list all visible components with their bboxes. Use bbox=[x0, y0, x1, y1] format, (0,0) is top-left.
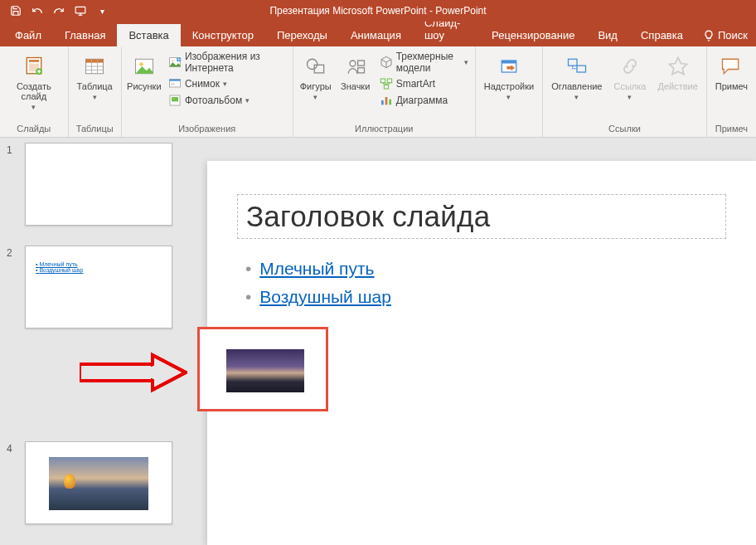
ribbon-group-links: Оглавление ▾ Ссылка ▾ Действие Ссылки bbox=[543, 46, 707, 137]
thumb-3-image bbox=[226, 349, 304, 392]
addins-icon bbox=[496, 53, 522, 80]
svg-point-12 bbox=[139, 62, 143, 66]
undo-button[interactable] bbox=[28, 2, 46, 20]
slide-thumbnail-2[interactable]: • Млечный путь • Воздушный шар bbox=[25, 246, 172, 328]
svg-rect-39 bbox=[82, 367, 153, 378]
table-button[interactable]: Таблица ▾ bbox=[74, 50, 116, 105]
ribbon: Создать слайд ▾ Слайды Таблица ▾ Таблицы bbox=[0, 46, 756, 138]
svg-point-14 bbox=[172, 60, 173, 61]
comment-label: Примеч bbox=[715, 81, 748, 91]
svg-rect-2 bbox=[29, 60, 39, 62]
svg-rect-26 bbox=[357, 68, 364, 73]
chart-label: Диаграмма bbox=[396, 95, 448, 106]
comment-button[interactable]: Примеч bbox=[712, 50, 751, 95]
ribbon-group-addins: Надстройки ▾ bbox=[476, 46, 543, 137]
ribbon-group-illustrations: Фигуры ▾ Значки Трехмерные модели ▾ Smar… bbox=[293, 46, 476, 137]
ribbon-group-images: Рисунки Изображения из Интернета Снимок … bbox=[122, 46, 293, 137]
chevron-down-icon: ▾ bbox=[464, 58, 468, 66]
svg-rect-28 bbox=[387, 79, 391, 83]
tab-design[interactable]: Конструктор bbox=[181, 24, 265, 46]
qat-customize-button[interactable]: ▾ bbox=[93, 2, 111, 20]
ribbon-group-tables: Таблица ▾ Таблицы bbox=[69, 46, 122, 137]
3d-models-label: Трехмерные модели bbox=[396, 51, 461, 74]
svg-rect-35 bbox=[568, 59, 577, 66]
new-slide-button[interactable]: Создать слайд ▾ bbox=[5, 50, 63, 114]
shapes-icon bbox=[303, 53, 329, 80]
search-button[interactable]: Поиск bbox=[695, 24, 756, 46]
picture-icon bbox=[131, 53, 158, 80]
svg-point-21 bbox=[173, 98, 175, 100]
slide-thumbnail-1[interactable] bbox=[25, 143, 172, 226]
group-label-addins bbox=[507, 122, 510, 135]
svg-rect-36 bbox=[577, 66, 586, 72]
link-button: Ссылка ▾ bbox=[610, 50, 649, 105]
ribbon-group-slides: Создать слайд ▾ Слайды bbox=[0, 46, 69, 137]
slide-body[interactable]: Млечный путь Воздушный шар bbox=[237, 259, 726, 307]
addins-button[interactable]: Надстройки ▾ bbox=[481, 50, 537, 105]
start-slideshow-button[interactable] bbox=[71, 2, 90, 20]
icons-button[interactable]: Значки bbox=[338, 50, 373, 95]
link-icon bbox=[617, 53, 643, 80]
tab-home[interactable]: Главная bbox=[53, 24, 117, 46]
hyperlink-2[interactable]: Воздушный шар bbox=[259, 287, 391, 306]
comment-icon bbox=[718, 53, 744, 80]
ribbon-group-comments: Примеч Примеч bbox=[707, 46, 756, 137]
new-slide-label: Создать слайд bbox=[8, 81, 60, 101]
chart-button[interactable]: Диаграмма bbox=[378, 93, 470, 108]
icons-label: Значки bbox=[341, 81, 370, 91]
svg-rect-0 bbox=[75, 7, 85, 13]
smartart-button[interactable]: SmartArt bbox=[378, 76, 470, 91]
svg-rect-20 bbox=[172, 97, 178, 101]
online-pictures-icon bbox=[168, 56, 182, 69]
tab-review[interactable]: Рецензирование bbox=[480, 24, 586, 46]
thumbnail-row-1: 1 bbox=[7, 143, 186, 226]
group-label-illustrations: Иллюстрации bbox=[355, 122, 413, 135]
tab-file[interactable]: Файл bbox=[3, 24, 53, 46]
chevron-down-icon: ▾ bbox=[223, 80, 227, 88]
hyperlink-1[interactable]: Млечный путь bbox=[259, 259, 374, 278]
search-label: Поиск bbox=[718, 29, 748, 41]
group-label-links: Ссылки bbox=[608, 122, 641, 135]
pictures-button[interactable]: Рисунки bbox=[127, 50, 162, 95]
thumbnail-row-4: 4 bbox=[7, 441, 186, 524]
slide-title-placeholder[interactable]: Заголовок слайда bbox=[237, 194, 726, 239]
thumb-number: 1 bbox=[7, 143, 18, 156]
svg-rect-29 bbox=[384, 85, 388, 89]
tab-transitions[interactable]: Переходы bbox=[265, 24, 339, 46]
group-label-slides: Слайды bbox=[17, 122, 51, 135]
thumbnail-row-2: 2 • Млечный путь • Воздушный шар bbox=[7, 246, 186, 328]
work-area: 1 2 • Млечный путь • Воздушный шар 4 Заг… bbox=[0, 138, 756, 545]
tab-help[interactable]: Справка bbox=[629, 24, 695, 46]
chevron-down-icon: ▾ bbox=[574, 93, 579, 101]
3d-models-button[interactable]: Трехмерные модели ▾ bbox=[378, 50, 470, 75]
chevron-down-icon: ▾ bbox=[313, 93, 317, 101]
zoom-button[interactable]: Оглавление ▾ bbox=[548, 50, 605, 105]
screenshot-icon bbox=[168, 77, 182, 90]
screenshot-label: Снимок bbox=[185, 78, 220, 90]
online-pictures-button[interactable]: Изображения из Интернета bbox=[167, 50, 288, 75]
chevron-down-icon: ▾ bbox=[628, 93, 632, 101]
new-slide-icon bbox=[21, 53, 47, 80]
svg-point-22 bbox=[307, 59, 317, 69]
tab-view[interactable]: Вид bbox=[586, 24, 629, 46]
chevron-down-icon: ▾ bbox=[506, 93, 511, 101]
shapes-button[interactable]: Фигуры ▾ bbox=[298, 50, 333, 105]
save-button[interactable] bbox=[7, 2, 25, 20]
bullet-item: Воздушный шар bbox=[245, 287, 726, 307]
table-icon bbox=[81, 53, 108, 80]
redo-button[interactable] bbox=[50, 2, 68, 20]
svg-rect-23 bbox=[314, 65, 323, 73]
tab-animations[interactable]: Анимация bbox=[339, 24, 413, 46]
svg-rect-25 bbox=[357, 61, 364, 66]
slide-thumbnails-panel[interactable]: 1 2 • Млечный путь • Воздушный шар 4 bbox=[0, 138, 192, 545]
tab-insert[interactable]: Вставка bbox=[117, 24, 180, 46]
svg-rect-30 bbox=[381, 100, 384, 105]
shapes-label: Фигуры bbox=[300, 81, 332, 91]
zoom-label: Оглавление bbox=[551, 81, 602, 91]
photo-album-button[interactable]: Фотоальбом ▾ bbox=[167, 93, 288, 108]
slide-thumbnail-3-dragged[interactable] bbox=[197, 327, 328, 411]
slide-thumbnail-4[interactable] bbox=[25, 441, 172, 524]
screenshot-button[interactable]: Снимок ▾ bbox=[167, 76, 288, 91]
title-bar: ▾ Презентация Microsoft PowerPoint - Pow… bbox=[0, 0, 756, 22]
smartart-label: SmartArt bbox=[396, 78, 435, 90]
